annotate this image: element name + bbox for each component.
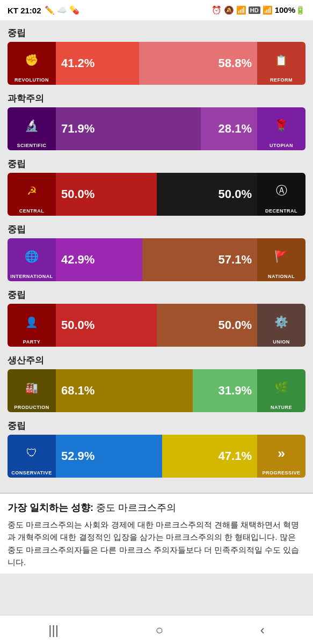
bar-left-party: 50.0%: [56, 304, 157, 347]
decentral-label: DECENTRAL: [265, 208, 297, 214]
nav-back[interactable]: ‹: [260, 623, 265, 638]
bar-right-nature: 31.9%: [193, 369, 257, 412]
ideology-section-scientific-utopian: 과학주의 🔬 SCIENTIFIC 71.9%28.1% 🌹 UTOPIAN: [8, 92, 305, 150]
left-icon-production: 🏭 PRODUCTION: [8, 369, 56, 412]
bar-row-central-decentral: ☭ CENTRAL 50.0%50.0% Ⓐ DECENTRAL: [8, 173, 305, 216]
bar-right-progressive: 47.1%: [162, 435, 257, 478]
result-section: 가장 일치하는 성향: 중도 마르크스주의 중도 마르크스주의는 사회와 경제에…: [0, 493, 313, 574]
party-icon: 👤: [13, 305, 50, 338]
revolution-label: REVOLUTION: [14, 77, 49, 83]
scientific-icon: 🔬: [13, 108, 50, 142]
bar-row-party-union: 👤 PARTY 50.0%50.0% ⚙️ UNION: [8, 304, 305, 347]
result-title-value: 중도 마르크스주의: [93, 502, 176, 513]
bar-row-conservative-progressive: 🛡 CONSERVATIVE 52.9%47.1% » PROGRESSIVE: [8, 435, 305, 478]
bar-left-central: 50.0%: [56, 173, 157, 216]
svg-text:👤: 👤: [25, 316, 38, 328]
reform-label: REFORM: [270, 77, 293, 83]
reform-icon: 📋: [263, 43, 300, 76]
conservative-label: CONSERVATIVE: [11, 470, 52, 475]
svg-text:☭: ☭: [27, 185, 37, 197]
nature-label: NATURE: [271, 405, 292, 410]
svg-text:🚩: 🚩: [274, 250, 289, 264]
section-label-revolution-reform: 중립: [8, 27, 305, 39]
party-label: PARTY: [23, 339, 40, 345]
bar-right-reform: 58.8%: [139, 42, 258, 85]
left-icon-international: 🌐 INTERNATIONAL: [8, 238, 56, 281]
ideology-section-party-union: 중립 👤 PARTY 50.0%50.0% ⚙️ UNION: [8, 289, 305, 347]
national-label: NATIONAL: [268, 274, 295, 279]
result-title: 가장 일치하는 성향: 중도 마르크스주의: [8, 501, 305, 514]
section-label-party-union: 중립: [8, 289, 305, 301]
svg-text:🌹: 🌹: [274, 119, 289, 133]
ideology-section-international-national: 중립 🌐 INTERNATIONAL 42.9%57.1% 🚩 NATIONAL: [8, 223, 305, 281]
bar-container-central-decentral: 50.0%50.0%: [56, 173, 257, 216]
bar-right-national: 57.1%: [142, 238, 257, 281]
ideology-section-revolution-reform: 중립 ✊ REVOLUTION 41.2%58.8% 📋 REFORM: [8, 27, 305, 85]
left-icon-revolution: ✊ REVOLUTION: [8, 42, 56, 85]
bar-left-scientific: 71.9%: [56, 107, 201, 150]
central-label: CENTRAL: [19, 208, 45, 214]
section-label-international-national: 중립: [8, 223, 305, 236]
svg-text:🌐: 🌐: [25, 250, 39, 264]
section-label-production-nature: 생산주의: [8, 354, 305, 367]
bar-container-scientific-utopian: 71.9%28.1%: [56, 107, 257, 150]
svg-text:🛡: 🛡: [26, 447, 38, 459]
signal-icon: 📶: [263, 5, 273, 15]
left-icon-party: 👤 PARTY: [8, 304, 56, 347]
result-description: 중도 마르크스주의는 사회와 경제에 대한 마르크스주의적 견해를 채택하면서 …: [8, 518, 305, 568]
conservative-icon: 🛡: [13, 436, 50, 469]
progressive-label: PROGRESSIVE: [262, 470, 300, 475]
status-icons: ✏️ ☁️ 💊: [45, 5, 79, 15]
result-title-bold: 가장 일치하는 성향:: [8, 502, 93, 513]
carrier-time: KT 21:02: [8, 6, 41, 15]
left-icon-central: ☭ CENTRAL: [8, 173, 56, 216]
bar-right-union: 50.0%: [157, 304, 258, 347]
bar-right-utopian: 28.1%: [201, 107, 257, 150]
right-icon-national: 🚩 NATIONAL: [257, 238, 305, 281]
svg-text:🏭: 🏭: [25, 382, 38, 394]
scientific-label: SCIENTIFIC: [17, 143, 46, 148]
ideology-section-production-nature: 생산주의 🏭 PRODUCTION 68.1%31.9% 🌿 NATURE: [8, 354, 305, 412]
bar-container-revolution-reform: 41.2%58.8%: [56, 42, 257, 85]
national-icon: 🚩: [263, 239, 300, 273]
utopian-label: UTOPIAN: [270, 143, 293, 148]
bar-row-scientific-utopian: 🔬 SCIENTIFIC 71.9%28.1% 🌹 UTOPIAN: [8, 107, 305, 150]
status-bar: KT 21:02 ✏️ ☁️ 💊 ⏰ 🔕 📶 HD 📶 100%🔋: [0, 0, 313, 20]
svg-text:✊: ✊: [25, 53, 39, 67]
hd-badge: HD: [249, 6, 260, 14]
ideology-section-conservative-progressive: 중립 🛡 CONSERVATIVE 52.9%47.1% » PROGRESSI…: [8, 420, 305, 478]
progressive-icon: »: [263, 436, 300, 469]
bottom-nav: ||| ○ ‹: [0, 615, 313, 644]
decentral-icon: Ⓐ: [263, 174, 300, 207]
bar-right-decentral: 50.0%: [157, 173, 258, 216]
alarm-icon: ⏰: [212, 5, 222, 15]
ideology-section-central-decentral: 중립 ☭ CENTRAL 50.0%50.0% Ⓐ DECENTRAL: [8, 158, 305, 216]
bar-container-party-union: 50.0%50.0%: [56, 304, 257, 347]
nav-home[interactable]: ○: [156, 623, 164, 638]
bar-left-international: 42.9%: [56, 238, 142, 281]
international-label: INTERNATIONAL: [10, 274, 53, 279]
production-icon: 🏭: [13, 370, 50, 404]
bar-left-revolution: 41.2%: [56, 42, 139, 85]
status-left: KT 21:02 ✏️ ☁️ 💊: [8, 5, 79, 15]
nav-menu[interactable]: |||: [48, 623, 59, 638]
section-label-scientific-utopian: 과학주의: [8, 92, 305, 105]
section-label-conservative-progressive: 중립: [8, 420, 305, 432]
mute-icon: 🔕: [224, 5, 234, 15]
bar-left-conservative: 52.9%: [56, 435, 162, 478]
right-icon-nature: 🌿 NATURE: [257, 369, 305, 412]
revolution-icon: ✊: [13, 43, 50, 76]
international-icon: 🌐: [13, 239, 50, 273]
right-icon-progressive: » PROGRESSIVE: [257, 435, 305, 478]
bar-row-international-national: 🌐 INTERNATIONAL 42.9%57.1% 🚩 NATIONAL: [8, 238, 305, 281]
left-icon-conservative: 🛡 CONSERVATIVE: [8, 435, 56, 478]
production-label: PRODUCTION: [14, 405, 49, 410]
section-label-central-decentral: 중립: [8, 158, 305, 170]
nature-icon: 🌿: [263, 370, 300, 404]
svg-text:Ⓐ: Ⓐ: [276, 184, 287, 196]
bar-row-revolution-reform: ✊ REVOLUTION 41.2%58.8% 📋 REFORM: [8, 42, 305, 85]
wifi-icon: 📶: [236, 5, 246, 15]
bar-left-production: 68.1%: [56, 369, 193, 412]
bar-container-conservative-progressive: 52.9%47.1%: [56, 435, 257, 478]
bar-row-production-nature: 🏭 PRODUCTION 68.1%31.9% 🌿 NATURE: [8, 369, 305, 412]
